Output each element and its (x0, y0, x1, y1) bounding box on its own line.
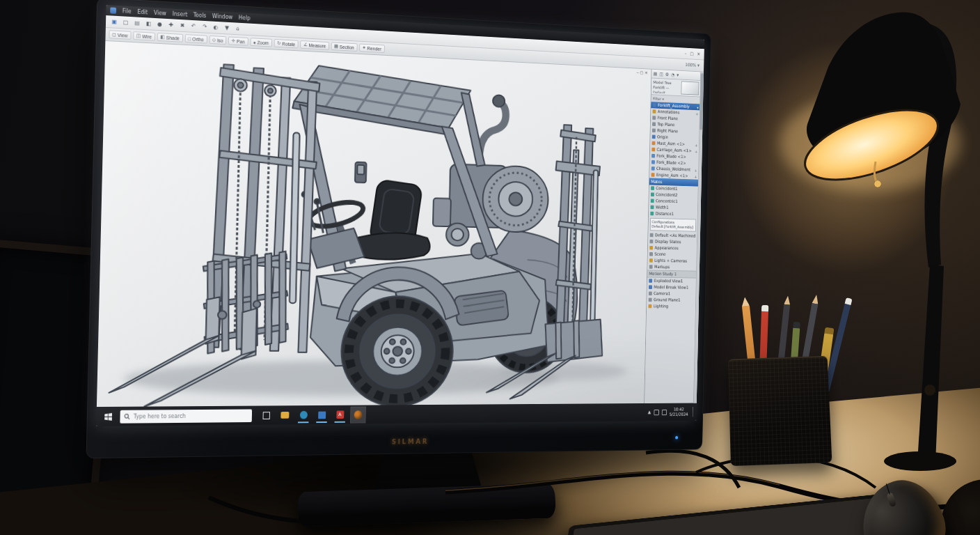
panel-toolbar-icon[interactable]: ⚙ (665, 72, 669, 77)
menu-item[interactable]: Window (212, 13, 233, 20)
clock-date: 5/21/2024 (670, 412, 688, 417)
tree-item-label: Camera1 (654, 291, 695, 297)
tree-item-icon (649, 240, 653, 244)
tree-item-expander[interactable]: + (695, 143, 697, 147)
tree-item-label: Lighting (654, 304, 695, 309)
toolbar-button[interactable]: ◫ Wire (133, 31, 155, 41)
taskbar-app-icon[interactable] (278, 408, 293, 423)
toolbar-icon-button[interactable]: ◧ (143, 19, 154, 29)
tree-item[interactable]: Lighting (647, 303, 696, 310)
toolbar-button[interactable]: ▦ Section (331, 42, 357, 52)
configurations-box[interactable]: Configurations Default [Forklift_Assembl… (650, 218, 696, 232)
toolbar-icon-button[interactable]: ↶ (189, 22, 198, 31)
toolbar-button[interactable]: ∠ Measure (300, 40, 329, 50)
taskbar-app-icon[interactable] (351, 407, 365, 422)
menu-item[interactable]: Help (239, 15, 251, 22)
tree-item-icon (651, 192, 654, 196)
feature-tree-panel: ▤◫⚙◔▾ Model Tree Forklift — Default Filt… (644, 70, 704, 403)
tray-expand-icon[interactable]: ▲ (648, 410, 651, 414)
motion-tree: Exploded View1 Model Break View1 Camera1 (647, 277, 697, 309)
menu-item[interactable]: Tools (193, 12, 207, 19)
panel-config-text: Model Tree Forklift — Default (653, 79, 679, 94)
toolbar-button-label: Shade (166, 35, 180, 40)
tree-item-expander[interactable]: ▾ (697, 105, 699, 109)
network-icon[interactable] (654, 410, 658, 415)
toolbar-button[interactable]: ✛ Pan (228, 36, 248, 45)
system-tray: ▲ 10:42 5/21/2024 (648, 407, 697, 417)
toolbar-icon-button[interactable]: ▤ (132, 18, 143, 28)
menu-item[interactable]: File (122, 8, 132, 15)
toolbar-button[interactable]: ↻ Rotate (274, 39, 299, 48)
workspace: ‒ ▢ ✕ ▤◫⚙◔▾ Model Tree Forklift — Defaul… (97, 41, 704, 407)
app-glyph-icon: A (336, 410, 344, 419)
panel-toolbar-icon[interactable]: ▾ (677, 72, 679, 77)
volume-icon[interactable] (661, 409, 666, 414)
toolbar-icon-button[interactable]: ◐ (211, 22, 221, 32)
show-desktop-button[interactable] (693, 407, 695, 417)
mouse-wheel (886, 492, 896, 507)
taskbar-search[interactable]: Type here to search (120, 409, 252, 423)
window-control-button[interactable]: ✕ (697, 52, 700, 56)
toolbar-icon-button[interactable]: ● (155, 20, 165, 29)
toolbar-button[interactable]: ◻ View (109, 30, 131, 40)
menu-item[interactable]: Insert (172, 11, 187, 18)
tree-item-icon (649, 298, 652, 302)
toolbar-icon-button[interactable]: ▣ (109, 17, 120, 26)
taskbar-clock[interactable]: 10:42 5/21/2024 (670, 407, 688, 417)
zoom-level[interactable]: 100% ▾ (685, 63, 701, 68)
viewport-canvas[interactable]: ‒ ▢ ✕ (97, 41, 651, 407)
toolbar-icon-button[interactable]: ✚ (166, 20, 177, 30)
window-control-button[interactable]: ▢ (690, 51, 693, 56)
toolbar-button-icon: ↻ (277, 40, 281, 46)
toolbar-button-label: Pan (237, 39, 245, 44)
toolbar-button[interactable]: □ Ortho (184, 34, 207, 43)
tree-item-label: Markups (654, 264, 695, 270)
tree-item[interactable]: Distance1 (649, 210, 698, 218)
toolbar-button[interactable]: ✦ Render (359, 44, 385, 53)
panel-toolbar-icon[interactable]: ◔ (671, 72, 674, 77)
monitor-brand-label: SILMAR (392, 437, 429, 445)
toolbar-button-icon: ◻ (112, 31, 116, 37)
tree-item-icon (651, 154, 655, 158)
search-icon (124, 413, 130, 419)
forklift-model (97, 41, 651, 407)
toolbar-icon-button[interactable]: ⌂ (233, 24, 243, 33)
toolbar-icon-button[interactable]: ▼ (222, 23, 232, 32)
panel-config-box: Model Tree Forklift — Default (651, 78, 701, 97)
toolbar-icon-button[interactable]: ↷ (200, 22, 210, 32)
tree-item-icon (652, 141, 656, 146)
panel-toolbar-icon[interactable]: ▤ (654, 71, 658, 77)
viewport-window-buttons[interactable]: ‒ ▢ ✕ (636, 70, 647, 76)
taskbar-app-icon[interactable] (259, 408, 274, 424)
toolbar-button[interactable]: ◇ Iso (209, 36, 226, 45)
toolbar-button[interactable]: ◧ Shade (157, 33, 183, 42)
mates-tree: Coincident1 Coincident2 Concentric1 Wi (649, 185, 699, 217)
tree-item-expander[interactable]: + (695, 168, 697, 172)
taskbar-app-icon[interactable]: A (333, 407, 347, 422)
toolbar-button-label: Section (340, 44, 354, 49)
tree-item-expander[interactable]: + (694, 174, 697, 178)
menu-item[interactable]: Edit (137, 9, 148, 16)
panel-toolbar-icon[interactable]: ◫ (659, 72, 663, 77)
taskbar-app-icon[interactable] (296, 407, 310, 422)
tree-item-expander[interactable]: + (695, 111, 698, 116)
toolbar-icon-button[interactable]: ✖ (177, 21, 188, 31)
menu-item[interactable]: View (154, 10, 166, 17)
toolbar-button-label: Measure (309, 42, 326, 48)
app-glyph-icon (318, 411, 326, 419)
tree-item-icon (649, 279, 652, 283)
configurations-entry: Default [Forklift_Assembly] (651, 224, 694, 230)
model-thumbnail[interactable] (681, 81, 699, 95)
app-glyph-icon (354, 410, 363, 419)
panel-config-subtitle: Forklift — Default (653, 85, 679, 95)
toolbar-button-label: Render (367, 46, 381, 52)
taskbar-app-icon[interactable] (315, 407, 329, 422)
tree-item-icon (651, 160, 655, 164)
toolbar-button[interactable]: ● Zoom (250, 38, 272, 47)
toolbar-icon-button[interactable]: □ (120, 17, 131, 27)
tree-item-expander[interactable]: + (695, 149, 697, 153)
window-control-button[interactable]: – (685, 51, 687, 56)
tree-item-icon (651, 148, 655, 152)
start-button[interactable] (99, 407, 117, 426)
tree-item-icon (649, 246, 653, 250)
